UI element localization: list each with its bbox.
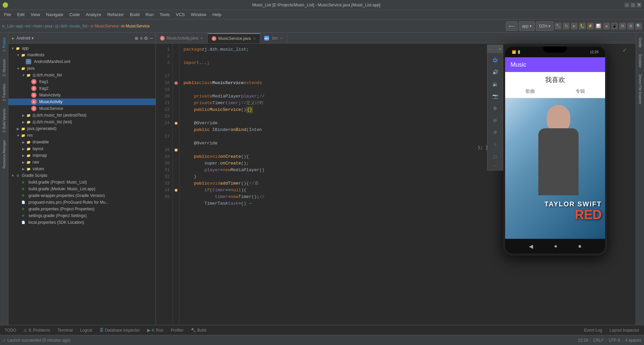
float-zoom-in-icon[interactable]: ⊕: [490, 103, 500, 113]
search-everywhere[interactable]: 🔍: [635, 23, 642, 29]
float-more-icon[interactable]: ···: [493, 163, 497, 168]
tab-build[interactable]: 🔨 Build: [187, 326, 210, 335]
project-settings-button[interactable]: ⚙: [144, 36, 148, 41]
phone-nav-back[interactable]: ◀: [529, 243, 533, 250]
menu-code[interactable]: Code: [67, 11, 83, 18]
float-zoom-out-icon[interactable]: ⊖: [490, 115, 500, 125]
tree-item-raw[interactable]: ▶ 📁 raw: [8, 159, 156, 165]
tree-item-frag2[interactable]: ▶ C frag2: [8, 85, 156, 92]
breadcrumb-project[interactable]: ic_List: [2, 24, 13, 28]
tree-item-java-generated[interactable]: ▶ 📁 java (generated): [8, 125, 156, 132]
menu-window[interactable]: Window: [188, 11, 209, 18]
status-encoding[interactable]: UTF-8: [609, 338, 620, 343]
right-tab-emulator[interactable]: Emulator: [637, 51, 643, 71]
tab-todo[interactable]: TODO: [1, 326, 19, 335]
tree-item-mipmap[interactable]: ▶ 📁 mipmap: [8, 152, 156, 159]
breadcrumb-musicservice-c[interactable]: ⊙ MusicService: [90, 24, 119, 28]
tree-item-androidmanifest[interactable]: ▶ MF AndroidManifest.xml: [8, 58, 156, 65]
run-config-button[interactable]: app ▾: [519, 21, 535, 31]
menu-file[interactable]: File: [1, 11, 14, 18]
tab-profiler[interactable]: Profiler: [167, 326, 187, 335]
tree-item-build-gradle-proj[interactable]: ▶ G build.gradle (Project: Music_List): [8, 179, 156, 186]
tree-item-drawable[interactable]: ▶ 📁 drawable: [8, 139, 156, 145]
tree-item-layout[interactable]: ▶ 📁 layout: [8, 145, 156, 152]
float-power-icon[interactable]: ⏻: [490, 55, 500, 65]
device-button[interactable]: DZH ▾: [536, 21, 553, 31]
tree-item-pkg[interactable]: ▼ 📁 zj.dzh.music_list: [8, 72, 156, 78]
sync-button[interactable]: ↻: [563, 23, 570, 29]
breadcrumb-java[interactable]: java: [45, 24, 52, 28]
profiler-button[interactable]: 📊: [595, 23, 602, 29]
right-tab-gradle[interactable]: Gradle: [637, 34, 643, 51]
tree-item-res[interactable]: ▼ 📁 res: [8, 132, 156, 139]
tab-btn[interactable]: btn btn ✕: [260, 33, 287, 43]
tree-item-musicservice[interactable]: ▶ C MusicService: [8, 105, 156, 112]
menu-build[interactable]: Build: [127, 11, 142, 18]
tab-run[interactable]: ▶ 4: Run: [144, 326, 167, 335]
tree-item-test[interactable]: ▶ 📁 zj.dzh.music_list (test): [8, 119, 156, 125]
menu-vcs[interactable]: VCS: [173, 11, 187, 18]
tab-musicactivity[interactable]: C MusicActivity.java ✕: [156, 33, 208, 43]
tab-event-log[interactable]: Event Log: [581, 326, 605, 335]
breadcrumb-src[interactable]: src: [25, 24, 31, 28]
sidebar-tab-favorites[interactable]: 2: Favorites: [1, 80, 7, 105]
tab-close-musicactivity[interactable]: ✕: [200, 36, 203, 41]
tree-item-settings-gradle[interactable]: ▶ ⚙ settings.gradle (Project Settings): [8, 212, 156, 219]
project-collapse-button[interactable]: ─: [150, 36, 153, 41]
tree-item-proguard[interactable]: ▶ 📄 proguard-rules.pro (ProGuard Rules f…: [8, 199, 156, 206]
tree-item-frag1[interactable]: ▶ C frag1: [8, 78, 156, 85]
float-camera-icon[interactable]: 📷: [490, 91, 500, 101]
sidebar-tab-resource[interactable]: Resource Manager: [1, 137, 7, 172]
tree-item-gradle-props[interactable]: ▶ ⚙ gradle.properties (Project Propertie…: [8, 206, 156, 212]
menu-refactor[interactable]: Refactor: [105, 11, 126, 18]
float-circle-icon[interactable]: ○: [490, 139, 500, 149]
right-tab-device-explorer[interactable]: Device File Explorer: [637, 71, 643, 108]
tab-logcat[interactable]: Logcat: [77, 326, 96, 335]
float-rotate-icon[interactable]: ↺: [490, 127, 500, 137]
tab-layout-inspector[interactable]: Layout Inspector: [606, 326, 643, 335]
sdk-button[interactable]: ⚙: [619, 23, 626, 29]
phone-nav-home[interactable]: ●: [554, 243, 557, 249]
tab-close-musicservice[interactable]: ✕: [253, 37, 256, 41]
tab-database-inspector[interactable]: 🗄 Database Inspector: [96, 326, 143, 335]
breadcrumb-app[interactable]: app: [16, 24, 23, 28]
tab-close-btn[interactable]: ✕: [280, 36, 283, 41]
phone-nav-recent[interactable]: ■: [578, 244, 581, 249]
coverage-button[interactable]: ⚡: [587, 23, 594, 29]
float-square-icon[interactable]: □: [490, 151, 500, 161]
tab-problems[interactable]: ⚠ 6: Problems: [20, 326, 53, 335]
breadcrumb-music-list[interactable]: music_list: [70, 24, 88, 28]
tree-item-manifests[interactable]: ▼ 📁 manifests: [8, 52, 156, 58]
status-line-ending[interactable]: CRLF: [593, 338, 603, 343]
tree-item-values[interactable]: ▶ 📁 values: [8, 165, 156, 172]
sidebar-tab-build-variants[interactable]: 3: Build Variants: [1, 105, 7, 136]
menu-tools[interactable]: Tools: [157, 11, 172, 18]
stop-button[interactable]: ■: [603, 23, 610, 29]
maximize-button[interactable]: □: [631, 3, 635, 7]
tree-item-musicactivity[interactable]: ▶ C MusicActivity: [8, 98, 156, 105]
float-volume-icon[interactable]: 🔊: [490, 67, 500, 77]
tree-item-gradle-wrapper[interactable]: ▶ ⚙ gradle-wrapper.properties (Gradle Ve…: [8, 192, 156, 199]
tree-item-gradle-scripts[interactable]: ▼ ⚙ Gradle Scripts: [8, 172, 156, 179]
breadcrumb-dzh[interactable]: dzh: [61, 24, 67, 28]
phone-tab-albums[interactable]: 专辑: [555, 86, 605, 98]
sidebar-tab-structure[interactable]: 2: Structure: [1, 56, 7, 80]
menu-run[interactable]: Run: [143, 11, 156, 18]
make-button[interactable]: 🔨: [555, 23, 561, 29]
tree-item-java[interactable]: ▼ 📁 java: [8, 65, 156, 72]
tab-terminal[interactable]: Terminal: [54, 326, 76, 335]
floating-window-dash[interactable]: –: [489, 47, 491, 51]
project-filter-button[interactable]: ≡: [140, 36, 143, 41]
floating-window-close[interactable]: ✕: [498, 47, 501, 51]
menu-view[interactable]: View: [28, 11, 43, 18]
minimize-button[interactable]: –: [625, 3, 629, 7]
close-button[interactable]: ✕: [637, 3, 641, 7]
float-volume-down-icon[interactable]: 🔉: [490, 79, 500, 89]
tree-item-local-props[interactable]: ▶ 📄 local.properties (SDK Location): [8, 219, 156, 226]
menu-edit[interactable]: Edit: [14, 11, 27, 18]
nav-back-button[interactable]: ⟵: [506, 21, 518, 31]
project-add-button[interactable]: ⊕: [135, 36, 139, 41]
phone-tab-songs[interactable]: 歌曲: [505, 86, 555, 98]
avd-button[interactable]: 📱: [611, 23, 618, 29]
menu-analyze[interactable]: Analyze: [83, 11, 104, 18]
